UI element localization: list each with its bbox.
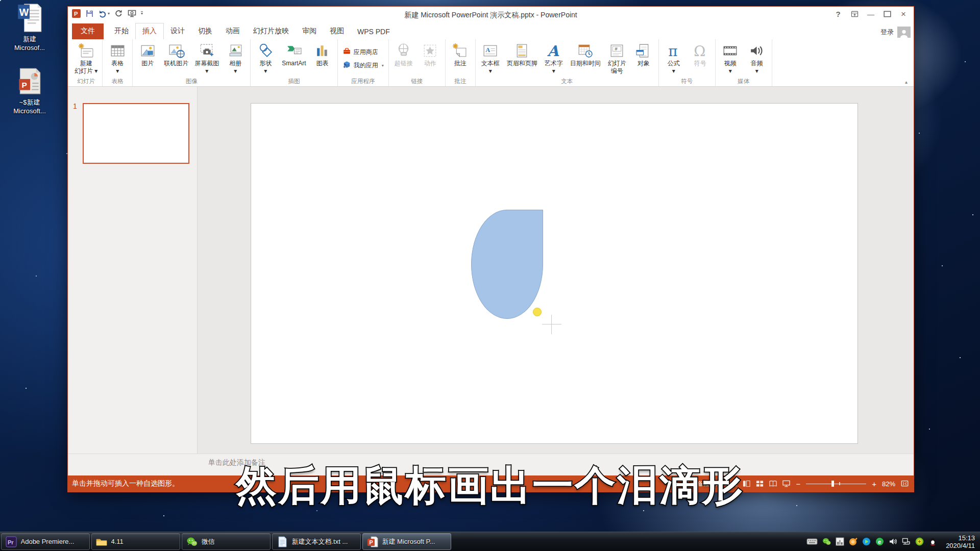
button-smartart[interactable]: SmartArt	[279, 40, 309, 67]
tray-qq-icon[interactable]	[928, 537, 937, 546]
normal-view-icon[interactable]	[743, 480, 750, 487]
crosshair-cursor	[542, 324, 561, 324]
button-wordart[interactable]: A艺术字▾	[541, 40, 567, 75]
symbol-icon: Ω	[692, 41, 708, 60]
tab-design[interactable]: 设计	[164, 23, 191, 39]
title-bar[interactable]: P▾▾ 新建 Microsoft PowerPoint 演示文稿.pptx - …	[68, 7, 914, 24]
slide-thumbnail[interactable]	[83, 103, 189, 164]
help-button[interactable]: ?	[830, 7, 846, 21]
slideshow-view-icon[interactable]	[782, 480, 790, 487]
collapse-ribbon-icon[interactable]: ▴	[905, 79, 908, 85]
tray-volume-icon[interactable]	[889, 537, 897, 546]
button-audio[interactable]: 音频▾	[744, 40, 770, 75]
taskbar-item-notepad[interactable]: 新建文本文档.txt ...	[272, 533, 361, 550]
ppt-temp-icon: P	[16, 66, 43, 98]
slide-thumbnail-panel[interactable]: 1	[68, 87, 198, 454]
sign-in-button[interactable]: 登录	[880, 27, 911, 38]
tray-camera-icon[interactable]	[849, 537, 857, 546]
zoom-in-button[interactable]: +	[872, 480, 876, 488]
zoom-slider[interactable]	[806, 480, 866, 487]
tray-keyboard-icon[interactable]	[806, 538, 818, 545]
taskbar-item-powerpoint[interactable]: P新建 Microsoft P...	[362, 533, 451, 550]
zoom-level[interactable]: 82%	[882, 480, 895, 488]
tray-safe360-icon[interactable]	[915, 537, 924, 546]
desktop-icon-word-doc[interactable]: W新建Microsof...	[5, 3, 54, 52]
ribbon-group-media: 视频▾音频▾媒体	[716, 39, 772, 86]
premiere-icon: Pr	[6, 536, 17, 547]
button-online-pictures[interactable]: 联机图片	[161, 40, 191, 67]
tray-date: 2020/4/11	[946, 542, 975, 549]
tab-slideshow[interactable]: 幻灯片放映	[247, 23, 296, 39]
maximize-button[interactable]	[879, 7, 895, 21]
word-doc-icon: W	[16, 3, 43, 35]
tab-wps-pdf[interactable]: WPS PDF	[351, 24, 397, 39]
status-hint: 单击并拖动可插入一种自选图形。	[72, 479, 179, 488]
notes-toggle-button[interactable]: 备注	[688, 480, 709, 488]
tray-ebrowser-icon[interactable]: e	[875, 537, 884, 546]
tab-insert[interactable]: 插入	[135, 23, 164, 40]
button-text-box[interactable]: A文本框▾	[477, 40, 504, 75]
ribbon-group-symbols: π公式▾Ω符号符号	[659, 39, 716, 86]
button-video[interactable]: 视频▾	[717, 40, 744, 75]
slide-number-icon: #	[608, 41, 625, 60]
equation-icon: π	[665, 41, 682, 60]
date-time-icon	[577, 41, 594, 60]
group-label-illustrations: 插图	[252, 77, 335, 86]
button-photo-album[interactable]: 相册▾	[222, 40, 249, 75]
taskbar-item-premiere[interactable]: PrAdobe Premiere...	[1, 533, 90, 550]
button-slide-number[interactable]: #幻灯片编号	[604, 40, 630, 75]
powerpoint-icon: P	[367, 536, 378, 547]
comments-toggle-button[interactable]: 批注	[715, 480, 737, 488]
teardrop-shape[interactable]	[471, 210, 543, 319]
tab-file[interactable]: 文件	[72, 23, 104, 39]
tray-network-icon[interactable]	[902, 537, 911, 546]
tray-meter-icon[interactable]	[836, 537, 844, 546]
button-shapes[interactable]: 形状▾	[252, 40, 279, 75]
slide-sorter-view-icon[interactable]	[756, 480, 764, 487]
button-object[interactable]: 对象	[630, 40, 657, 67]
tab-transitions[interactable]: 切换	[191, 23, 219, 39]
tab-review[interactable]: 审阅	[296, 23, 323, 39]
ribbon-display-options-button[interactable]	[846, 7, 863, 21]
tray-wechat-tray-icon[interactable]	[822, 537, 831, 546]
button-equation[interactable]: π公式▾	[660, 40, 687, 75]
slide-canvas[interactable]	[251, 103, 858, 444]
button-header-footer[interactable]: 页眉和页脚	[504, 40, 541, 67]
taskbar-item-wechat[interactable]: 微信	[182, 533, 271, 550]
ribbon: 新建幻灯片 ▾幻灯片表格▾表格图片联机图片屏幕截图▾相册▾图像形状▾SmartA…	[68, 39, 914, 87]
close-button[interactable]: ×	[895, 7, 912, 21]
tab-home[interactable]: 开始	[108, 23, 135, 39]
svg-text:Ω: Ω	[694, 42, 705, 59]
tab-view[interactable]: 视图	[323, 23, 351, 39]
minimize-button[interactable]: —	[863, 7, 879, 21]
desktop-icon-ppt-temp[interactable]: P~$新建Microsoft...	[5, 66, 54, 115]
button-screenshot[interactable]: 屏幕截图▾	[191, 40, 222, 75]
button-my-apps[interactable]: 我的应用▾	[342, 60, 384, 70]
tray-player-icon[interactable]	[862, 537, 871, 546]
button-date-time[interactable]: 日期和时间	[567, 40, 604, 67]
tab-animations[interactable]: 动画	[219, 23, 247, 39]
fit-to-window-icon[interactable]	[901, 480, 909, 487]
reading-view-icon[interactable]	[769, 480, 777, 487]
button-pictures[interactable]: 图片	[134, 40, 161, 67]
zoom-handle[interactable]	[831, 481, 834, 487]
button-comment[interactable]: 批注	[447, 40, 474, 67]
window-controls: ?—×	[830, 7, 912, 21]
ribbon-group-images: 图片联机图片屏幕截图▾相册▾图像	[133, 39, 251, 86]
button-table[interactable]: 表格▾	[104, 40, 131, 75]
sign-in-label: 登录	[880, 28, 894, 37]
button-chart[interactable]: 图表	[309, 40, 336, 67]
zoom-out-button[interactable]: −	[796, 480, 800, 488]
taskbar-item-folder[interactable]: 4.11	[91, 533, 180, 550]
ribbon-group-illustrations: 形状▾SmartArt图表插图	[251, 39, 337, 86]
button-new-slide[interactable]: 新建幻灯片 ▾	[71, 40, 101, 75]
desktop: W新建Microsof...P~$新建Microsoft... P▾▾ 新建 M…	[0, 0, 980, 551]
taskbar-clock[interactable]: 15:13 2020/4/11	[946, 534, 975, 549]
group-label-links: 链接	[390, 77, 444, 86]
svg-text:A: A	[547, 42, 559, 59]
notes-pane[interactable]: 单击此处添加备注	[68, 454, 914, 475]
button-app-store[interactable]: 应用商店	[342, 47, 384, 57]
adjustment-handle[interactable]	[533, 308, 542, 316]
content-area: 1	[68, 87, 914, 454]
action-icon	[422, 41, 438, 60]
